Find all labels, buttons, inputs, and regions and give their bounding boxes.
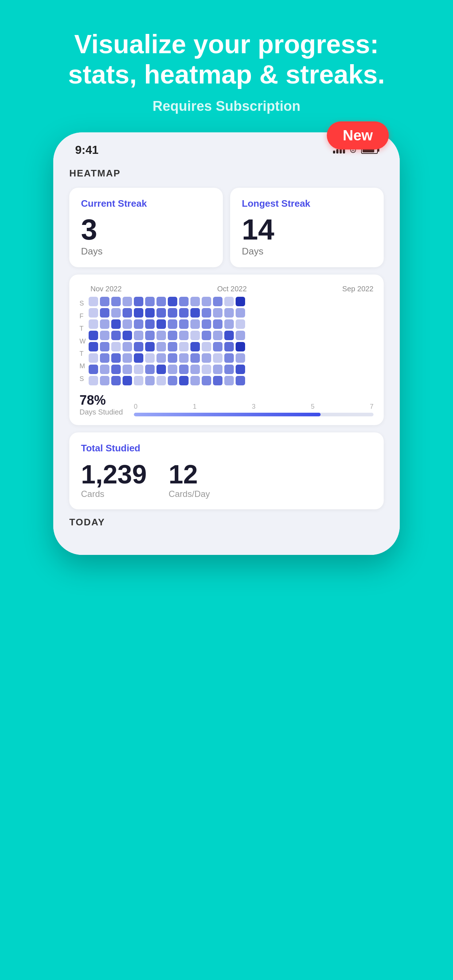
cell [89, 297, 98, 306]
cell [202, 308, 211, 318]
cards-number: 1,239 [81, 461, 147, 487]
cell [156, 364, 166, 374]
cell [236, 308, 245, 318]
main-title: Visualize your progress: stats, heatmap … [68, 29, 385, 90]
cell [134, 376, 144, 385]
cell [123, 353, 132, 363]
cell [236, 364, 245, 374]
bar-track [134, 413, 373, 416]
current-streak-title: Current Streak [81, 198, 211, 209]
cell [202, 320, 211, 329]
cell [134, 342, 144, 352]
cell [111, 376, 121, 385]
cell [213, 353, 222, 363]
cell [236, 331, 245, 340]
cell [213, 297, 222, 306]
heatmap-row-6 [89, 353, 373, 363]
cell [224, 331, 234, 340]
cell [179, 364, 188, 374]
cell [179, 320, 188, 329]
cell [236, 342, 245, 352]
cell [190, 320, 200, 329]
cell [111, 320, 121, 329]
cell [100, 320, 109, 329]
cell [123, 308, 132, 318]
current-streak-card: Current Streak 3 Days [69, 188, 223, 267]
day-label-t2: T [80, 349, 86, 358]
cell [224, 342, 234, 352]
cell [145, 308, 155, 318]
cell [145, 342, 155, 352]
cell [179, 308, 188, 318]
longest-streak-unit: Days [242, 246, 372, 257]
header-section: Visualize your progress: stats, heatmap … [68, 29, 385, 114]
cell [145, 364, 155, 374]
cell [100, 364, 109, 374]
heatmap-card: Nov 2022 Oct 2022 Sep 2022 S F T W T M S [69, 275, 384, 425]
cell [168, 376, 177, 385]
new-badge: New [327, 121, 389, 150]
cards-stat: 1,239 Cards [81, 461, 147, 499]
cell [213, 331, 222, 340]
cell [236, 320, 245, 329]
heatmap-grid-wrapper: S F T W T M S [80, 297, 373, 385]
month-oct: Oct 2022 [217, 285, 247, 293]
cell [224, 320, 234, 329]
cell [89, 308, 98, 318]
total-studied-stats: 1,239 Cards 12 Cards/Day [81, 461, 372, 499]
cell [202, 353, 211, 363]
cell [190, 342, 200, 352]
cell [134, 353, 144, 363]
days-studied-info: 78% Days Studied [80, 393, 123, 416]
longest-streak-title: Longest Streak [242, 198, 372, 209]
cell [89, 320, 98, 329]
cell [224, 376, 234, 385]
cell [111, 308, 121, 318]
cell [145, 320, 155, 329]
day-label-s2: S [80, 374, 86, 383]
day-label-m: M [80, 362, 86, 371]
days-studied-label: Days Studied [80, 408, 123, 416]
cell [190, 331, 200, 340]
heatmap-row-3 [89, 320, 373, 329]
cell [168, 331, 177, 340]
cell [123, 331, 132, 340]
days-studied-percent: 78% [80, 393, 123, 408]
day-label-f: F [80, 311, 86, 321]
cell [179, 376, 188, 385]
cell [156, 376, 166, 385]
cell [89, 376, 98, 385]
cell [111, 331, 121, 340]
cell [202, 331, 211, 340]
cell [111, 353, 121, 363]
cell [190, 376, 200, 385]
cell [224, 364, 234, 374]
day-label-s1: S [80, 299, 86, 309]
cell [123, 297, 132, 306]
cell [145, 376, 155, 385]
heatmap-row-2 [89, 308, 373, 318]
heatmap-grid [89, 297, 373, 385]
month-sep: Sep 2022 [342, 285, 373, 293]
streak-cards: Current Streak 3 Days Longest Streak 14 … [69, 188, 384, 267]
cell [145, 353, 155, 363]
cell [190, 353, 200, 363]
heatmap-row-4 [89, 331, 373, 340]
heatmap-row-5 [89, 342, 373, 352]
cell [156, 342, 166, 352]
heatmap-row-7 [89, 364, 373, 374]
total-studied-card: Total Studied 1,239 Cards 12 Cards/Day [69, 433, 384, 509]
cell [213, 376, 222, 385]
day-label-w: W [80, 337, 86, 346]
longest-streak-card: Longest Streak 14 Days [230, 188, 384, 267]
cell [236, 297, 245, 306]
day-label-t1: T [80, 324, 86, 334]
cell [168, 364, 177, 374]
cell [202, 364, 211, 374]
cell [236, 353, 245, 363]
cell [89, 353, 98, 363]
cell [134, 320, 144, 329]
per-day-stat: 12 Cards/Day [169, 461, 210, 499]
cell [111, 297, 121, 306]
cell [213, 308, 222, 318]
